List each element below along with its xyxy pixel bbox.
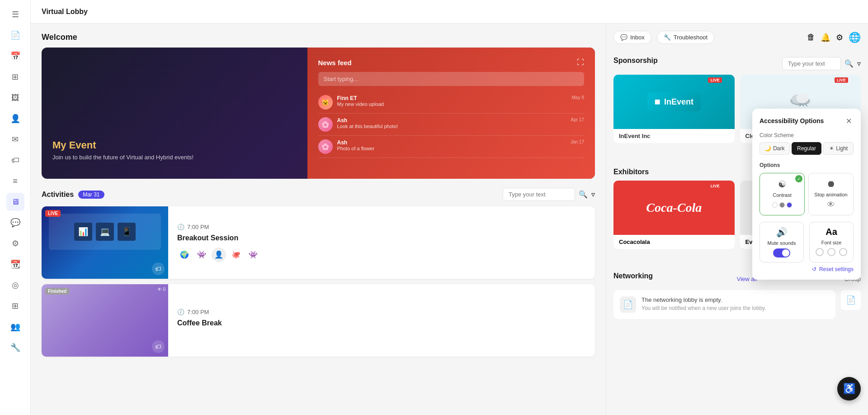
accessibility-panel-header: Accessibility Options ✕ [760,116,854,126]
mute-label: Mute sounds [768,240,796,246]
news-text-1: My new video upload [337,101,567,107]
sidebar-icon-list[interactable]: ≡ [6,172,24,190]
svg-point-2 [796,93,809,103]
mute-toggle[interactable] [773,248,790,258]
welcome-title: Welcome [42,33,595,42]
attendee-avatar-4: 🐙 [229,248,243,262]
troubleshoot-button[interactable]: 🔧 Troubleshoot [657,31,714,44]
options-label: Options [760,162,854,168]
exhibitor-card-coca[interactable]: LIVE Coca-Cola Cocacolala [613,181,735,249]
news-feed-panel: News feed ⛶ 😺 Finn ET My new video uploa… [307,48,595,179]
attendee-avatar-2: 👾 [194,248,209,262]
sidebar-icon-image[interactable]: 🖼 [6,89,24,107]
sidebar-icon-menu[interactable]: ☰ [6,5,24,24]
font-medium-radio[interactable] [827,248,835,256]
news-feed-title: News feed [318,59,352,67]
trouble-icon: 🔧 [664,34,671,41]
bell-icon[interactable]: 🔔 [821,33,830,43]
news-feed-search[interactable] [318,72,584,86]
sidebar-icon-calendar2[interactable]: 📆 [6,255,24,273]
sidebar-icon-chat[interactable]: 💬 [6,214,24,232]
sponsor-live-badge-2: LIVE [835,77,848,83]
tag-icon-2[interactable]: 🏷 [152,340,165,353]
sidebar-icon-tools[interactable]: 🔧 [6,339,24,357]
news-avatar-3: 🌸 [318,139,333,154]
scheme-light-button[interactable]: ☀ Light [823,142,854,155]
network-text-block: The networking lobby is empty. You will … [642,296,766,311]
sponsorship-search-icon[interactable]: 🔍 [844,59,854,68]
news-avatar-2: 🌸 [318,117,333,132]
clock-icon-1: 🕖 [177,224,184,230]
sponsorship-header: Sponsorship 🔍 ▿ [613,57,861,70]
sponsorship-controls: 🔍 ▿ [782,57,861,70]
sponsorship-search[interactable] [782,57,841,70]
font-size-label: Font size [821,240,842,245]
avatar-icon[interactable]: 🌐 [849,32,861,43]
sponsor-card-inevent[interactable]: LIVE ■ InEvent InEvent Inc [613,75,735,143]
sidebar-icon-network[interactable]: ◎ [6,276,24,294]
news-text-2: Look at this beautiful photo! [337,124,566,129]
content-area: Welcome My Event Join us to build the fu… [31,24,868,415]
sidebar-icon-settings[interactable]: ⚙ [6,234,24,253]
accessibility-title: Accessibility Options [760,117,824,124]
accessibility-panel: Accessibility Options ✕ Color Scheme 🌙 D… [752,109,861,280]
networking-label: Networking [613,272,653,280]
reset-settings-link[interactable]: ↺ Reset settings [760,266,854,272]
sidebar-icon-calendar[interactable]: 📅 [6,47,24,65]
activity-name-1: Breakout Session [177,234,586,242]
topbar: Virtual Lobby [31,0,868,24]
sponsor-live-badge-1: LIVE [708,77,722,83]
dot-white [772,202,778,208]
welcome-banner: My Event Join us to build the future of … [42,48,595,179]
sidebar-icon-grid[interactable]: ⊞ [6,297,24,315]
news-item-1: 😺 Finn ET My new video upload May 8 [318,91,584,114]
eye-icon: 👁 [827,200,835,210]
font-large-radio[interactable] [839,248,847,256]
dot-blue [787,202,792,208]
stop-animation-option[interactable]: ⏺ Stop animation 👁 [808,173,854,215]
event-title: My Event [52,139,193,151]
trash-icon[interactable]: 🗑 [807,33,815,42]
clock-icon-2: 🕖 [177,309,184,315]
networking-empty-text: The networking lobby is empty. [642,296,766,303]
sidebar-icon-file[interactable]: 📄 [6,26,24,44]
tag-icon-1[interactable]: 🏷 [152,262,165,275]
speaker-icon: 🔊 [776,227,788,238]
news-author-1: Finn ET [337,95,567,101]
news-text-3: Photo of a flower [337,146,566,151]
scheme-dark-button[interactable]: 🌙 Dark [760,142,790,155]
globe-icon[interactable]: ⚙ [836,33,843,43]
sidebar-icon-tag[interactable]: 🏷 [6,151,24,169]
activity-time-1: 🕖 7:00 PM [177,224,586,230]
inbox-button[interactable]: 💬 Inbox [613,31,651,44]
contrast-option[interactable]: ✓ ☯ Contrast [760,173,805,215]
networking-action-icon[interactable]: 📄 [841,290,861,310]
search-icon[interactable]: 🔍 [579,190,588,199]
news-item-3: 🌸 Ash Photo of a flower Jan 17 [318,136,584,158]
exhibitor-live-badge-1: LIVE [708,183,722,189]
options-grid: ✓ ☯ Contrast ⏺ Stop animation 👁 [760,173,854,215]
accessibility-float-button[interactable]: ♿ [837,377,861,401]
font-small-radio[interactable] [816,248,824,256]
sponsorship-filter-icon[interactable]: ▿ [857,59,861,68]
close-panel-button[interactable]: ✕ [844,116,854,126]
moon-icon: 🌙 [764,145,771,152]
animation-icon: ⏺ [826,179,835,189]
sidebar-icon-mail[interactable]: ✉ [6,130,24,148]
sidebar-icon-monitor[interactable]: 🖥 [6,193,24,211]
activity-name-2: Coffee Break [177,319,586,327]
contrast-label: Contrast [773,192,792,198]
sidebar-icon-user[interactable]: 👤 [6,110,24,128]
activities-search-input[interactable] [503,188,575,201]
scheme-regular-button[interactable]: Regular [792,142,822,155]
expand-icon[interactable]: ⛶ [577,58,584,67]
filter-icon[interactable]: ▿ [591,190,595,199]
color-scheme-label: Color Scheme [760,132,854,138]
news-body-3: Ash Photo of a flower [337,139,566,154]
news-body-2: Ash Look at this beautiful photo! [337,117,566,132]
news-date-3: Jan 17 [571,139,584,154]
sidebar-icon-table[interactable]: ⊞ [6,68,24,86]
sidebar-icon-people[interactable]: 👥 [6,318,24,336]
activity-card-1: LIVE 🏷 📊 💻 📱 [42,206,595,279]
finished-badge-2: Finished [45,288,69,295]
